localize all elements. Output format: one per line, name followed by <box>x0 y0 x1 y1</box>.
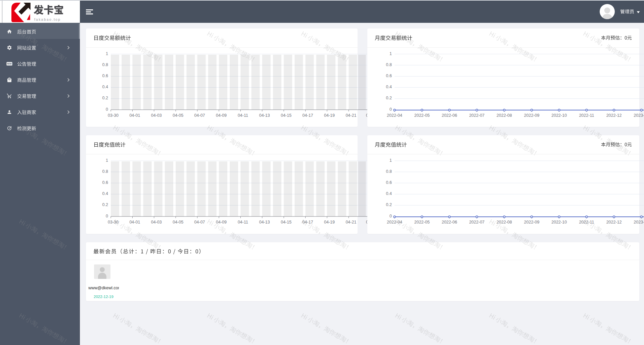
svg-text:0.4: 0.4 <box>102 85 108 89</box>
svg-text:0.6: 0.6 <box>102 73 108 78</box>
svg-text:04-05: 04-05 <box>173 113 183 118</box>
svg-text:0.6: 0.6 <box>386 73 392 78</box>
svg-text:04-11: 04-11 <box>238 220 248 225</box>
svg-text:2022-06: 2022-06 <box>442 220 457 225</box>
svg-text:04-15: 04-15 <box>281 220 291 225</box>
svg-text:0.2: 0.2 <box>386 96 392 100</box>
svg-text:0.2: 0.2 <box>386 202 392 207</box>
svg-text:03-30: 03-30 <box>108 220 119 225</box>
svg-text:0.4: 0.4 <box>386 85 392 89</box>
svg-text:2022-10: 2022-10 <box>551 220 567 225</box>
svg-text:2022-12: 2022-12 <box>606 220 622 225</box>
svg-text:2022-11: 2022-11 <box>579 220 594 225</box>
svg-text:04-01: 04-01 <box>129 113 140 118</box>
svg-text:04-07: 04-07 <box>194 220 205 225</box>
svg-text:2023-01: 2023-01 <box>634 113 644 118</box>
svg-text:04-21: 04-21 <box>346 113 356 118</box>
svg-text:2022-05: 2022-05 <box>414 220 430 225</box>
svg-text:04-13: 04-13 <box>259 113 270 118</box>
svg-text:2022-06: 2022-06 <box>442 113 457 118</box>
svg-text:2022-04: 2022-04 <box>387 220 402 225</box>
svg-text:04-11: 04-11 <box>238 113 248 118</box>
svg-text:04-21: 04-21 <box>346 220 356 225</box>
svg-text:0.6: 0.6 <box>102 180 108 185</box>
svg-text:2022-10: 2022-10 <box>551 113 567 118</box>
svg-text:04-19: 04-19 <box>324 113 335 118</box>
svg-text:04-03: 04-03 <box>151 220 162 225</box>
svg-text:2022-07: 2022-07 <box>469 220 485 225</box>
svg-text:04-17: 04-17 <box>303 220 313 225</box>
svg-text:1: 1 <box>106 158 108 163</box>
svg-text:2022-07: 2022-07 <box>469 113 485 118</box>
svg-text:0.4: 0.4 <box>102 191 108 196</box>
svg-text:0.8: 0.8 <box>102 169 108 174</box>
svg-text:04-09: 04-09 <box>216 113 227 118</box>
svg-text:0.8: 0.8 <box>102 62 108 67</box>
svg-text:0.8: 0.8 <box>386 169 392 174</box>
svg-text:0.4: 0.4 <box>386 191 392 196</box>
svg-text:0.8: 0.8 <box>386 62 392 67</box>
svg-text:2022-04: 2022-04 <box>387 113 402 118</box>
svg-text:03-30: 03-30 <box>108 113 119 118</box>
svg-text:0: 0 <box>106 107 108 112</box>
svg-text:0: 0 <box>389 214 392 218</box>
svg-text:04-13: 04-13 <box>259 220 270 225</box>
svg-text:NEW: NEW <box>7 63 12 65</box>
svg-text:1: 1 <box>106 51 108 56</box>
svg-text:2022-05: 2022-05 <box>414 113 430 118</box>
svg-text:04-05: 04-05 <box>173 220 183 225</box>
svg-text:2023-01: 2023-01 <box>634 220 644 225</box>
svg-text:04-01: 04-01 <box>129 220 140 225</box>
svg-text:04-03: 04-03 <box>151 113 162 118</box>
svg-text:04-17: 04-17 <box>303 113 313 118</box>
svg-text:2022-09: 2022-09 <box>524 220 540 225</box>
svg-text:0.6: 0.6 <box>386 180 392 185</box>
svg-text:2022-08: 2022-08 <box>497 113 512 118</box>
svg-text:04-15: 04-15 <box>281 113 291 118</box>
svg-text:04-19: 04-19 <box>324 220 335 225</box>
svg-text:1: 1 <box>389 158 392 163</box>
svg-text:2022-12: 2022-12 <box>606 113 622 118</box>
svg-text:0.2: 0.2 <box>102 96 108 100</box>
svg-text:2022-08: 2022-08 <box>497 220 512 225</box>
svg-text:04-09: 04-09 <box>216 220 227 225</box>
svg-text:04-07: 04-07 <box>194 113 205 118</box>
svg-text:0: 0 <box>389 107 392 112</box>
svg-text:1: 1 <box>389 51 392 56</box>
svg-text:2022-09: 2022-09 <box>524 113 540 118</box>
svg-text:2022-11: 2022-11 <box>579 113 594 118</box>
svg-text:0: 0 <box>106 214 108 218</box>
svg-text:0.2: 0.2 <box>102 202 108 207</box>
